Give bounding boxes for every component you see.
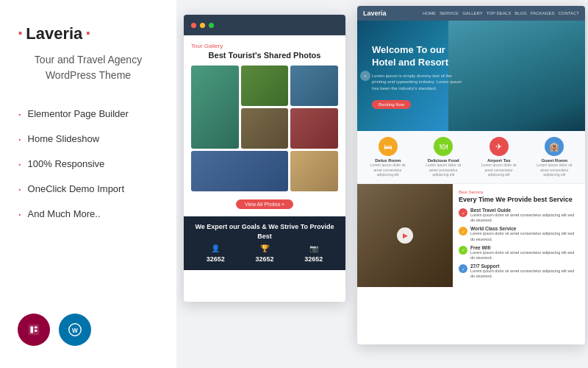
hero-desc: Lorem ipsum is simply dummy text of the … — [372, 73, 467, 91]
nav-link: HOME — [423, 11, 436, 15]
nav-link: TOP DEALS — [487, 11, 511, 15]
room-icon: 🛏 — [379, 137, 398, 156]
best-service-section: ▶ Best Service Every Time We Provide bes… — [357, 184, 585, 287]
nav-link: CONTACT — [558, 11, 579, 15]
svg-text:W: W — [72, 328, 78, 334]
service-desc: Lorem ipsum dolor sit amet consectetur a… — [423, 163, 464, 177]
service-item-food: 🍽 Delicious Food Lorem ipsum dolor sit a… — [423, 137, 464, 177]
bss-feature: ✓ World Class Service Lorem ipsum dolor … — [459, 226, 579, 241]
stat-item: 🏆 32652 — [255, 244, 273, 264]
feature-item: Elementor Page Builder — [18, 101, 159, 126]
view-all-button[interactable]: View All Photos » — [236, 199, 293, 209]
nav-link: BLOG — [514, 11, 527, 15]
feature-desc: Lorem ipsum dolor sit amet consectetur a… — [470, 269, 579, 279]
feature-text: Free Wifi Lorem ipsum dolor sit amet con… — [470, 245, 579, 261]
stat-num-1: 32652 — [207, 255, 225, 264]
logo-text: Laveria — [26, 24, 82, 43]
stat-item: 📷 32652 — [304, 244, 323, 264]
service-item-airport: ✈ Airport Tax Lorem ipsum dolor sit amet… — [478, 137, 519, 177]
nav-link: PACKAGES — [531, 11, 555, 15]
service-item-room: 🛏 Delux Room Lorem ipsum dolor sit amet … — [368, 137, 408, 177]
feature-desc: Lorem ipsum dolor sit amet consectetur a… — [470, 250, 579, 261]
hero-arrow-left[interactable]: ‹ — [360, 71, 370, 81]
wordpress-badge: W — [59, 314, 91, 346]
maximize-dot — [209, 23, 214, 28]
guest-icon: 🏨 — [545, 137, 564, 156]
food-icon: 🍽 — [434, 137, 453, 156]
svg-rect-3 — [35, 330, 37, 332]
bss-features: ✓ Best Travel Guide Lorem ipsum dolor si… — [459, 208, 579, 279]
gallery-footer: We Expert our Goals & We Strive To Provi… — [184, 216, 345, 270]
hotel-screenshot: Laveria HOME SERVICE GALLERY TOP DEALS B… — [357, 6, 585, 344]
feature-desc: Lorem ipsum dolor sit amet consectetur a… — [470, 213, 579, 223]
stat-icon-1: 👤 — [207, 244, 225, 254]
nav-link: SERVICE — [440, 11, 459, 15]
feature-title: 27/7 Support — [470, 263, 579, 269]
minimize-dot — [200, 23, 205, 28]
bss-image-overlay: ▶ — [357, 184, 453, 287]
feature-item: Home Slideshow — [18, 126, 159, 151]
stat-num-3: 32652 — [304, 255, 323, 264]
gallery-subtitle: Tour Gallery — [191, 43, 338, 49]
feature-dot: ✓ — [459, 208, 467, 217]
logo: · Laveria · — [18, 22, 159, 45]
feature-text: 27/7 Support Lorem ipsum dolor sit amet … — [470, 263, 579, 279]
svg-rect-0 — [29, 325, 40, 336]
feature-title: World Class Service — [470, 226, 579, 231]
left-panel: · Laveria · Tour and Travel AgencyWordPr… — [0, 0, 176, 368]
hero-title: Welcome To our Hotel and Resort — [372, 44, 467, 69]
nav-link: GALLERY — [462, 11, 483, 15]
stat-num-2: 32652 — [255, 255, 273, 264]
features-list: Elementor Page Builder Home Slideshow 10… — [18, 101, 159, 226]
svg-rect-1 — [30, 326, 33, 333]
hotel-hero: Welcome To our Hotel and Resort Lorem ip… — [357, 21, 585, 131]
feature-title: Best Travel Guide — [470, 208, 579, 213]
feature-dot: ✓ — [459, 227, 467, 236]
bss-content: Best Service Every Time We Provide best … — [453, 184, 585, 287]
feature-title: Free Wifi — [470, 245, 579, 250]
service-desc: Lorem ipsum dolor sit amet consectetur a… — [534, 163, 575, 177]
right-panel: Tour Gallery Best Tourist's Shared Photo… — [176, 0, 588, 368]
svg-rect-2 — [35, 326, 37, 328]
stat-icon-3: 📷 — [304, 244, 323, 254]
feature-text: World Class Service Lorem ipsum dolor si… — [470, 226, 579, 241]
service-item-guest: 🏨 Guest Room Lorem ipsum dolor sit amet … — [534, 137, 575, 177]
feature-item: 100% Responsive — [18, 151, 159, 176]
gallery-screenshot: Tour Gallery Best Tourist's Shared Photo… — [184, 15, 345, 302]
bss-tag: Best Service — [459, 190, 579, 194]
stat-icon-2: 🏆 — [255, 244, 273, 254]
hotel-logo: Laveria — [363, 10, 387, 17]
feature-item: OneClick Demo Import — [18, 176, 159, 201]
service-desc: Lorem ipsum dolor sit amet consectetur a… — [478, 163, 519, 177]
bss-feature: ✓ Best Travel Guide Lorem ipsum dolor si… — [459, 208, 579, 223]
tagline: Tour and Travel AgencyWordPress Theme — [18, 52, 159, 83]
feature-dot: ✓ — [459, 264, 467, 273]
bss-title: Every Time We Provide best Service — [459, 196, 579, 205]
bss-feature: ✓ Free Wifi Lorem ipsum dolor sit amet c… — [459, 245, 579, 261]
gallery-title: Best Tourist's Shared Photos — [191, 51, 338, 60]
logo-dot-left: · — [18, 22, 23, 45]
badges: W — [18, 314, 159, 346]
play-button[interactable]: ▶ — [397, 227, 413, 244]
stats-row: 👤 32652 🏆 32652 📷 32652 — [191, 244, 338, 264]
logo-dot-right: · — [85, 22, 90, 45]
services-strip: 🛏 Delux Room Lorem ipsum dolor sit amet … — [357, 131, 585, 184]
footer-title: We Expert our Goals & We Strive To Provi… — [191, 222, 338, 241]
hotel-nav: Laveria HOME SERVICE GALLERY TOP DEALS B… — [357, 6, 585, 21]
feature-item: And Much More.. — [18, 201, 159, 226]
hotel-nav-links: HOME SERVICE GALLERY TOP DEALS BLOG PACK… — [423, 11, 579, 15]
gallery-body: Tour Gallery Best Tourist's Shared Photo… — [184, 35, 345, 216]
elementor-badge — [18, 314, 50, 346]
bss-image: ▶ — [357, 184, 453, 287]
feature-desc: Lorem ipsum dolor sit amet consectetur a… — [470, 231, 579, 241]
booking-button[interactable]: Booking Now — [372, 100, 411, 109]
browser-chrome — [184, 15, 345, 35]
feature-text: Best Travel Guide Lorem ipsum dolor sit … — [470, 208, 579, 223]
airport-icon: ✈ — [490, 137, 509, 156]
feature-dot: ✓ — [459, 246, 467, 255]
bss-feature: ✓ 27/7 Support Lorem ipsum dolor sit ame… — [459, 263, 579, 279]
stat-item: 👤 32652 — [207, 244, 225, 264]
service-desc: Lorem ipsum dolor sit amet consectetur a… — [368, 163, 408, 177]
close-dot — [191, 23, 196, 28]
